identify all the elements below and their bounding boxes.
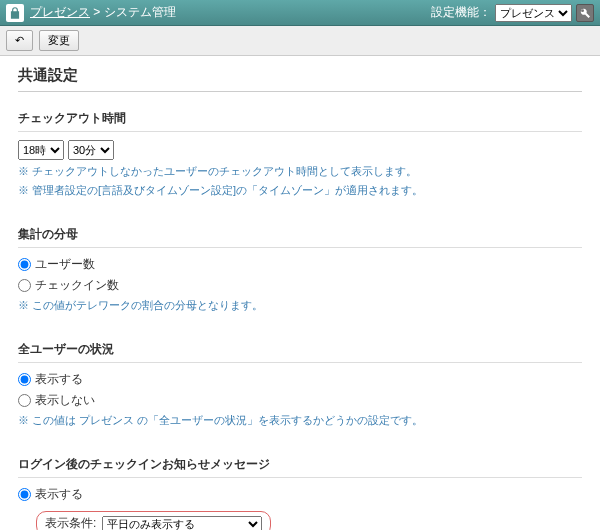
app-logo xyxy=(6,4,24,22)
login-radio-show[interactable] xyxy=(18,488,31,501)
setting-label: 設定機能： xyxy=(431,4,491,21)
crumb-app[interactable]: プレゼンス xyxy=(30,5,90,19)
section-denom: 集計の分母 ユーザー数 チェックイン数 ※ この値がテレワークの割合の分母となり… xyxy=(18,226,582,313)
crumb-page: システム管理 xyxy=(104,5,176,19)
breadcrumb: プレゼンス > システム管理 xyxy=(30,4,176,21)
allusers-radio-show[interactable] xyxy=(18,373,31,386)
display-condition: 表示条件: 平日のみ表示する xyxy=(36,511,271,530)
toolbar-top: ↶ 変更 xyxy=(0,26,600,56)
change-button[interactable]: 変更 xyxy=(39,30,79,51)
login-title: ログイン後のチェックインお知らせメッセージ xyxy=(18,456,582,478)
checkout-note1: ※ チェックアウトしなかったユーザーのチェックアウト時間として表示します。 xyxy=(18,164,582,179)
denom-note: ※ この値がテレワークの割合の分母となります。 xyxy=(18,298,582,313)
allusers-label-show: 表示する xyxy=(35,371,83,388)
denom-radio-users[interactable] xyxy=(18,258,31,271)
allusers-title: 全ユーザーの状況 xyxy=(18,341,582,363)
setting-select[interactable]: プレゼンス xyxy=(495,4,572,22)
section-checkout: チェックアウト時間 18時 30分 ※ チェックアウトしなかったユーザーのチェッ… xyxy=(18,110,582,198)
back-button[interactable]: ↶ xyxy=(6,30,33,51)
login-label-show: 表示する xyxy=(35,486,83,503)
checkout-minute[interactable]: 30分 xyxy=(68,140,114,160)
cond-label: 表示条件: xyxy=(45,515,96,530)
denom-radio-checkin[interactable] xyxy=(18,279,31,292)
page-title: 共通設定 xyxy=(18,66,582,92)
section-login: ログイン後のチェックインお知らせメッセージ 表示する 表示条件: 平日のみ表示す… xyxy=(18,456,582,530)
allusers-radio-hide[interactable] xyxy=(18,394,31,407)
allusers-label-hide: 表示しない xyxy=(35,392,95,409)
denom-label-checkin: チェックイン数 xyxy=(35,277,119,294)
content: 共通設定 チェックアウト時間 18時 30分 ※ チェックアウトしなかったユーザ… xyxy=(0,56,600,530)
topbar: プレゼンス > システム管理 設定機能： プレゼンス xyxy=(0,0,600,26)
crumb-sep: > xyxy=(93,5,103,19)
checkout-title: チェックアウト時間 xyxy=(18,110,582,132)
cond-select[interactable]: 平日のみ表示する xyxy=(102,516,262,531)
denom-label-users: ユーザー数 xyxy=(35,256,95,273)
section-allusers: 全ユーザーの状況 表示する 表示しない ※ この値は プレゼンス の「全ユーザー… xyxy=(18,341,582,428)
checkout-hour[interactable]: 18時 xyxy=(18,140,64,160)
allusers-note: ※ この値は プレゼンス の「全ユーザーの状況」を表示するかどうかの設定です。 xyxy=(18,413,582,428)
denom-title: 集計の分母 xyxy=(18,226,582,248)
wrench-icon[interactable] xyxy=(576,4,594,22)
checkout-note2: ※ 管理者設定の[言語及びタイムゾーン設定]の「タイムゾーン」が適用されます。 xyxy=(18,183,582,198)
